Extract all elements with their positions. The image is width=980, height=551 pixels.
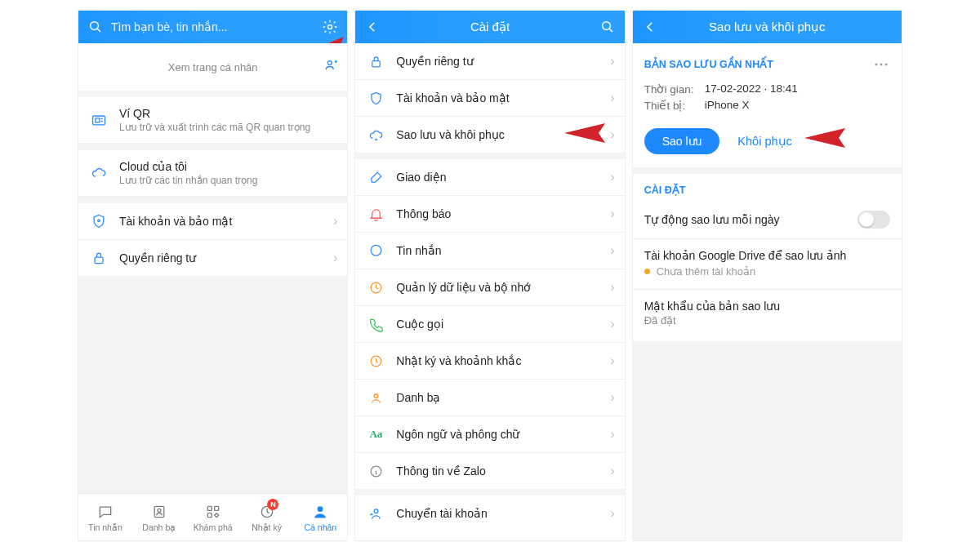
row-my-cloud[interactable]: Cloud của tôi Lưu trữ các tin nhắn quan …	[78, 150, 347, 197]
svg-rect-18	[372, 60, 381, 66]
row-security[interactable]: Tài khoản và bảo mật ›	[355, 80, 624, 117]
screen-backup-restore: Sao lưu và khôi phục BẢN SAO LƯU GẦN NHẤ…	[632, 10, 902, 541]
section-recent-backup: BẢN SAO LƯU GẦN NHẤT ⋯	[633, 43, 902, 78]
row-security[interactable]: Tài khoản và bảo mật ›	[78, 203, 347, 240]
row-title: Thông tin về Zalo	[396, 464, 605, 478]
chevron-right-icon: ›	[610, 506, 614, 521]
chevron-right-icon: ›	[610, 54, 614, 69]
chevron-right-icon: ›	[610, 390, 614, 405]
switch-user-icon	[367, 504, 385, 522]
section-label: BẢN SAO LƯU GẦN NHẤT	[644, 58, 773, 70]
tab-discover[interactable]: Khám phá	[186, 494, 240, 540]
row-title: Thông báo	[396, 207, 605, 220]
chevron-right-icon: ›	[610, 427, 614, 442]
shield-icon	[90, 212, 108, 230]
warning-dot-icon	[644, 269, 650, 274]
row-call[interactable]: Cuộc gọi ›	[355, 306, 624, 343]
settings-icon[interactable]	[321, 18, 339, 36]
contacts-icon	[367, 389, 385, 407]
chevron-right-icon: ›	[610, 127, 614, 142]
phone-icon	[367, 315, 385, 333]
profile-link-row[interactable]: Xem trang cá nhân	[78, 43, 347, 91]
tab-messages[interactable]: Tin nhắn	[78, 494, 132, 540]
row-interface[interactable]: Giao diện ›	[355, 159, 624, 196]
row-subtitle: Lưu trữ các tin nhắn quan trọng	[119, 175, 257, 186]
row-about[interactable]: Thông tin về Zalo ›	[355, 453, 624, 489]
row-title: Tài khoản và bảo mật	[396, 91, 605, 104]
drive-sub-label: Chưa thêm tài khoản	[657, 265, 756, 278]
svg-rect-6	[96, 118, 100, 122]
header-bar: Sao lưu và khôi phục	[633, 11, 902, 43]
time-value: 17-02-2022 · 18:41	[705, 82, 798, 96]
row-google-drive[interactable]: Tài khoản Google Drive để sao lưu ảnh	[633, 239, 902, 264]
row-title: Quản lý dữ liệu và bộ nhớ	[396, 281, 605, 294]
toggle-off[interactable]	[858, 211, 890, 229]
row-auto-backup[interactable]: Tự động sao lưu mỗi ngày	[633, 201, 902, 238]
section-label: CÀI ĐẶT	[644, 184, 686, 196]
svg-point-7	[98, 220, 100, 222]
backup-button[interactable]: Sao lưu	[644, 128, 720, 154]
restore-button[interactable]: Khôi phục	[737, 135, 791, 148]
row-title: Cuộc gọi	[396, 318, 605, 331]
chat-icon	[367, 242, 385, 260]
header-bar: Cài đặt	[355, 11, 624, 43]
row-privacy[interactable]: Quyền riêng tư ›	[78, 240, 347, 276]
chevron-right-icon: ›	[333, 251, 337, 265]
row-data-storage[interactable]: Quản lý dữ liệu và bộ nhớ ›	[355, 269, 624, 306]
row-title: Tin nhắn	[396, 244, 605, 257]
row-switch-account[interactable]: Chuyển tài khoản ›	[355, 495, 624, 531]
row-title: Nhật ký và khoảnh khắc	[396, 354, 605, 367]
drive-subtext: Chưa thêm tài khoản	[633, 264, 902, 289]
svg-point-15	[318, 506, 323, 512]
row-qr-wallet[interactable]: Ví QR Lưu trữ và xuất trình các mã QR qu…	[78, 97, 347, 144]
clock-icon	[367, 352, 385, 370]
svg-marker-26	[804, 128, 845, 148]
row-backup-password[interactable]: Mật khẩu của bản sao lưu	[633, 290, 902, 314]
chevron-right-icon: ›	[610, 317, 614, 331]
search-icon[interactable]	[87, 18, 105, 36]
chat-icon	[96, 503, 114, 521]
tab-label: Khám phá	[194, 522, 233, 532]
svg-point-16	[602, 22, 610, 30]
header-title: Cài đặt	[381, 20, 598, 34]
search-input[interactable]: Tìm bạn bè, tin nhắn...	[105, 20, 321, 33]
row-language[interactable]: Aa Ngôn ngữ và phông chữ ›	[355, 416, 624, 453]
back-icon[interactable]	[363, 18, 381, 36]
row-title: Danh bạ	[396, 391, 605, 404]
grid-icon	[204, 503, 222, 521]
search-icon[interactable]	[599, 18, 617, 36]
svg-point-10	[158, 509, 161, 512]
add-user-icon[interactable]	[324, 58, 339, 75]
svg-point-0	[91, 22, 99, 30]
svg-rect-8	[95, 257, 103, 264]
row-title: Sao lưu và khôi phục	[396, 128, 605, 141]
tab-diary[interactable]: N Nhật ký	[240, 494, 294, 540]
svg-rect-5	[93, 116, 105, 125]
tab-me[interactable]: Cá nhân	[293, 494, 347, 540]
row-title: Mật khẩu của bản sao lưu	[644, 300, 890, 313]
row-privacy[interactable]: Quyền riêng tư ›	[355, 43, 624, 80]
time-key: Thời gian:	[644, 82, 705, 96]
row-subtitle: Lưu trữ và xuất trình các mã QR quan trọ…	[119, 122, 310, 133]
chevron-right-icon: ›	[610, 91, 614, 105]
svg-line-1	[97, 29, 100, 32]
row-title: Tự động sao lưu mỗi ngày	[644, 213, 858, 226]
back-icon[interactable]	[641, 18, 659, 36]
person-icon	[311, 503, 329, 521]
chevron-right-icon: ›	[610, 207, 614, 221]
row-notify[interactable]: Thông báo ›	[355, 196, 624, 233]
storage-icon	[367, 278, 385, 296]
more-icon[interactable]: ⋯	[874, 55, 890, 73]
row-message[interactable]: Tin nhắn ›	[355, 233, 624, 269]
cloud-icon	[90, 164, 108, 182]
profile-link-text: Xem trang cá nhân	[168, 61, 258, 73]
row-diary[interactable]: Nhật ký và khoảnh khắc ›	[355, 343, 624, 380]
tab-contacts[interactable]: Danh bạ	[132, 494, 186, 540]
row-title: Tài khoản và bảo mật	[119, 215, 328, 228]
svg-point-23	[374, 393, 378, 398]
header-title: Sao lưu và khôi phục	[659, 20, 875, 34]
row-contacts[interactable]: Danh bạ ›	[355, 380, 624, 416]
row-title: Ví QR	[119, 107, 337, 120]
row-backup-restore[interactable]: Sao lưu và khôi phục ›	[355, 117, 624, 153]
screen-settings: Cài đặt Quyền riêng tư › Tài khoản và bả…	[354, 10, 625, 541]
